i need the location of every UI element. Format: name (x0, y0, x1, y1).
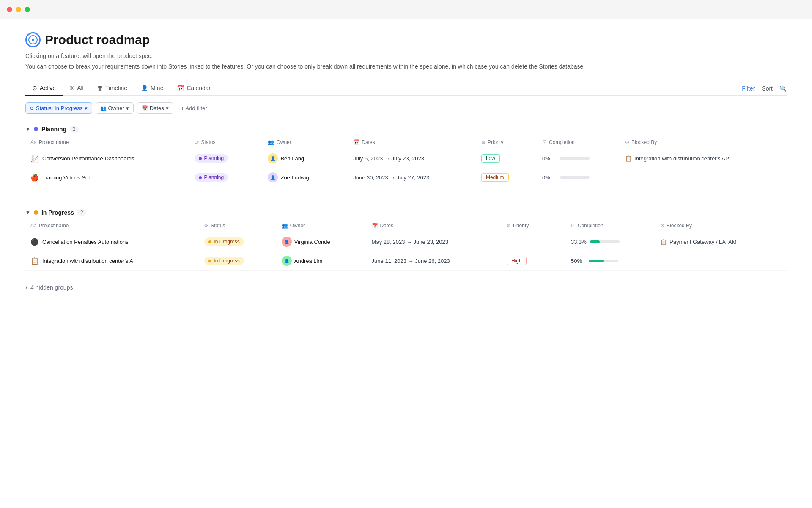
tab-timeline-label: Timeline (105, 85, 127, 91)
table-row[interactable]: 📋 Integration with distribution center's… (25, 251, 787, 271)
th2-owner-icon: 👥 (282, 223, 288, 229)
inprogress-header-row: Aa Project name ⟳ Status 👥 Owner (25, 219, 787, 232)
row3-progress-track (590, 240, 620, 243)
maximize-button[interactable] (25, 7, 30, 12)
row1-avatar: 👤 (268, 153, 278, 163)
page-header: Product roadmap (25, 32, 787, 47)
row1-status-label: Planning (204, 155, 224, 161)
table-row[interactable]: 📈 Conversion Performance Dashboards Plan… (25, 149, 787, 168)
row2-priority-cell: Medium (476, 168, 537, 187)
row3-avatar: 👤 (282, 237, 292, 247)
th-project-name: Aa Project name (25, 136, 189, 149)
status-filter-label: Status: In Progress (36, 105, 83, 111)
row4-priority-cell: High (502, 251, 566, 271)
row1-priority[interactable]: Low (481, 154, 500, 163)
sort-button[interactable]: Sort (762, 85, 773, 92)
tab-timeline[interactable]: ▦ Timeline (91, 81, 134, 96)
minimize-button[interactable] (16, 7, 21, 12)
filter-dates[interactable]: 📅 Dates ▾ (137, 102, 173, 114)
row2-avatar: 👤 (268, 172, 278, 182)
th-status: ⟳ Status (189, 136, 263, 149)
row4-avatar-icon: 👤 (284, 259, 289, 263)
row2-progress-track (560, 176, 590, 179)
th-dates: 📅 Dates (348, 136, 476, 149)
filter-owner[interactable]: 👥 Owner ▾ (96, 102, 134, 114)
row1-name-cell: 📈 Conversion Performance Dashboards (25, 149, 189, 168)
th2-status: ⟳ Status (199, 219, 276, 232)
th2-priority-icon: ⊕ (507, 223, 511, 229)
tab-all-label: All (77, 85, 84, 91)
hidden-groups-chevron: ▾ (25, 284, 28, 290)
row3-status-cell: In Progress (199, 232, 276, 251)
row3-owner-cell: 👤 Virginia Conde (277, 232, 367, 251)
inprogress-dot (34, 210, 38, 215)
dates-filter-label: Dates (150, 105, 164, 111)
all-tab-icon: ✳ (69, 85, 74, 91)
row3-status-badge[interactable]: In Progress (204, 237, 244, 246)
th2-project-name: Aa Project name (25, 219, 199, 232)
row4-priority[interactable]: High (507, 257, 527, 265)
tabs-bar: ⊙ Active ✳ All ▦ Timeline 👤 Mine 📅 Calen… (25, 81, 787, 96)
row4-owner-cell: 👤 Andrea Lim (277, 251, 367, 271)
th2-owner: 👥 Owner (277, 219, 367, 232)
tab-active[interactable]: ⊙ Active (25, 81, 63, 96)
th2-completion: ☑ Completion (566, 219, 655, 232)
row1-name: Conversion Performance Dashboards (42, 155, 134, 162)
row4-status-cell: In Progress (199, 251, 276, 271)
row1-progress-track (560, 157, 590, 160)
row4-owner-name: Andrea Lim (294, 258, 322, 264)
hidden-groups[interactable]: ▾ 4 hidden groups (25, 281, 787, 294)
group-inprogress-header[interactable]: ▼ In Progress 2 (25, 206, 787, 219)
planning-header-row: Aa Project name ⟳ Status 👥 Owner (25, 136, 787, 149)
row2-avatar-icon: 👤 (270, 175, 275, 180)
group-planning-header[interactable]: ▼ Planning 2 (25, 122, 787, 136)
row2-priority[interactable]: Medium (481, 173, 509, 182)
status-filter-chevron: ▾ (85, 105, 88, 111)
planning-collapse-icon: ▼ (25, 126, 30, 132)
row2-status-badge[interactable]: Planning (195, 173, 228, 182)
row4-progress-fill (589, 260, 604, 262)
row1-blocked-by: Integration with distribution center's A… (634, 155, 730, 162)
row4-status-badge[interactable]: In Progress (204, 257, 244, 265)
filter-status[interactable]: ⟳ Status: In Progress ▾ (25, 102, 92, 114)
tabs-left: ⊙ Active ✳ All ▦ Timeline 👤 Mine 📅 Calen… (25, 81, 217, 95)
row2-status-label: Planning (204, 174, 224, 180)
tab-calendar[interactable]: 📅 Calendar (170, 81, 217, 96)
row4-dates-cell: June 11, 2023 → June 26, 2023 (367, 251, 502, 271)
row2-dates-cell: June 30, 2023 → July 27, 2023 (348, 168, 476, 187)
row2-status-cell: Planning (189, 168, 263, 187)
row2-blocked-cell (620, 168, 787, 187)
add-filter-button[interactable]: + Add filter (177, 103, 211, 113)
filter-button[interactable]: Filter (742, 85, 755, 92)
row1-blocked-emoji: 📋 (625, 155, 632, 162)
tab-all[interactable]: ✳ All (63, 81, 91, 96)
th-owner: 👥 Owner (263, 136, 348, 149)
tab-mine-label: Mine (151, 85, 163, 91)
row4-progress-track (589, 260, 618, 262)
table-row[interactable]: 🍎 Training Videos Set Planning (25, 168, 787, 187)
row1-dates-cell: July 5, 2023 → July 23, 2023 (348, 149, 476, 168)
row3-name-cell: ⚫ Cancellation Penalties Automations (25, 232, 199, 251)
th-completion: ☑ Completion (537, 136, 620, 149)
tab-mine[interactable]: 👤 Mine (134, 81, 170, 96)
th2-priority: ⊕ Priority (502, 219, 566, 232)
group-inprogress: ▼ In Progress 2 Aa Project name ⟳ (25, 206, 787, 271)
row2-completion-pct: 0% (542, 174, 557, 181)
calendar-tab-icon: 📅 (177, 85, 184, 91)
row3-status-dot (208, 240, 211, 243)
close-button[interactable] (7, 7, 12, 12)
table-row[interactable]: ⚫ Cancellation Penalties Automations In … (25, 232, 787, 251)
inprogress-label: In Progress (41, 209, 74, 216)
completion-col-icon: ☑ (542, 139, 547, 145)
tabs-actions: Filter Sort 🔍 (742, 85, 787, 92)
inprogress-table: Aa Project name ⟳ Status 👥 Owner (25, 219, 787, 271)
row4-blocked-cell (655, 251, 787, 271)
row3-status-label: In Progress (214, 239, 239, 245)
row2-owner-name: Zoe Ludwig (280, 174, 309, 181)
row2-name: Training Videos Set (42, 174, 90, 181)
planning-dot (34, 127, 38, 131)
search-icon[interactable]: 🔍 (779, 85, 787, 92)
row1-status-badge[interactable]: Planning (195, 154, 228, 163)
row1-emoji: 📈 (30, 155, 39, 163)
page-desc-2: You can choose to break your requirement… (25, 62, 787, 71)
